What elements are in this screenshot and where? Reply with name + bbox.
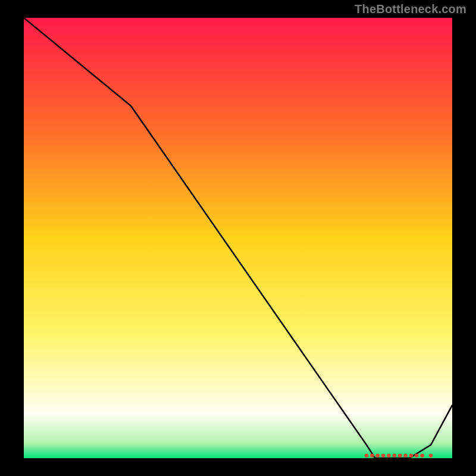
plot-area xyxy=(24,18,452,458)
chart-svg xyxy=(24,18,452,458)
marker-dot xyxy=(409,453,413,457)
marker-dot xyxy=(370,453,374,457)
marker-dot xyxy=(376,453,380,457)
marker-dot xyxy=(420,453,424,457)
chart-background xyxy=(24,18,452,458)
marker-dot xyxy=(398,453,402,457)
watermark-text: TheBottleneck.com xyxy=(355,2,466,16)
marker-dot xyxy=(365,453,368,457)
chart-frame: TheBottleneck.com xyxy=(0,0,476,476)
marker-dot xyxy=(403,453,407,457)
marker-dot xyxy=(415,453,418,457)
marker-dot xyxy=(393,453,396,457)
marker-dot xyxy=(387,453,390,457)
marker-dot xyxy=(429,453,433,457)
marker-dot xyxy=(381,453,385,457)
